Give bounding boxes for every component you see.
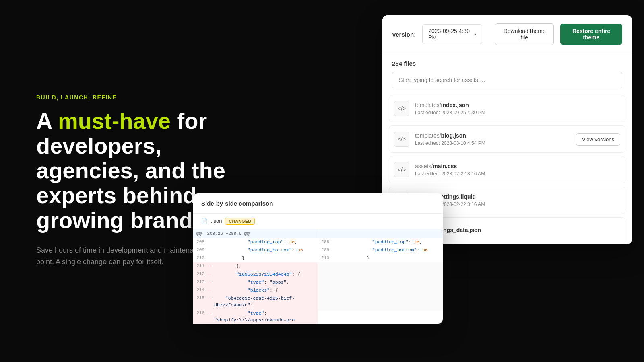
version-label: Version: <box>392 31 416 38</box>
comparison-title: Side-by-side comparison <box>193 193 443 214</box>
line-code: "1695623371354d4e4b": { <box>214 271 314 278</box>
line-num: 210 <box>321 255 333 261</box>
line-code: "6b4cce3c-edae-4d25-b1cf-db772fc9007c": <box>214 295 314 309</box>
line-num: 209 <box>196 247 208 253</box>
download-button[interactable]: Download theme file <box>495 23 554 45</box>
line-code: "type": "apps", <box>214 279 314 286</box>
file-date: Last edited: 2023-09-25 4:30 PM <box>415 110 620 115</box>
line-num: 212 <box>196 271 208 278</box>
line-num: 214 <box>196 287 208 294</box>
line-num: 208 <box>321 239 333 245</box>
line-code: "blocks": { <box>214 287 314 294</box>
comparison-panel: Side-by-side comparison 📄 .json CHANGED … <box>193 193 443 324</box>
diff-right: 208 "padding_top": 36, 209 "padding_bott… <box>318 229 443 324</box>
line-marker: - <box>208 279 214 286</box>
line-marker: - <box>208 263 214 269</box>
file-basename: blog.json <box>441 132 466 139</box>
diff-left: @@ -208,26 +208,6 @@ 208 "padding_top": … <box>193 229 318 324</box>
file-name: templates/blog.json <box>415 132 570 139</box>
chevron-down-icon: ▾ <box>474 32 476 37</box>
diff-line: 209 "padding_bottom": 36 <box>318 246 443 254</box>
files-count: 254 files <box>382 53 632 72</box>
diff-range: @@ -208,26 +208,6 @@ <box>196 230 250 237</box>
file-basename: settings.liquid <box>438 193 476 200</box>
file-info: snippets/settings.liquid Last edited: 20… <box>415 193 620 207</box>
file-code-icon: </> <box>394 162 409 177</box>
diff-line-removed: 211 - }, <box>193 262 318 270</box>
line-code: "padding_top": 36, <box>214 239 314 245</box>
line-num: 211 <box>196 263 208 269</box>
version-select[interactable]: 2023-09-25 4:30 PM ▾ <box>422 24 482 44</box>
line-marker: - <box>208 295 214 302</box>
diff-line-removed: 216 - "type": "shopify:\/\/apps\/okendo-… <box>193 309 318 324</box>
diff-line: 208 "padding_top": 36, <box>193 238 318 246</box>
line-code: "padding_bottom": 36 <box>339 247 440 253</box>
file-basename: index.json <box>441 102 469 108</box>
view-versions-button[interactable]: View versions <box>576 133 620 146</box>
line-num: 213 <box>196 279 208 286</box>
diff-header: @@ -208,26 +208,6 @@ <box>193 229 318 239</box>
file-item: </> templates/index.json Last edited: 20… <box>389 95 625 122</box>
file-date: Last edited: 2023-02-22 8:16 AM <box>415 202 620 207</box>
diff-line-empty <box>318 270 443 278</box>
line-code: "padding_top": 36, <box>339 239 440 245</box>
comparison-file-bar: 📄 .json CHANGED <box>193 214 443 229</box>
line-marker: - <box>208 310 214 317</box>
file-name: snippets/settings.liquid <box>415 193 620 200</box>
diff-line-removed: 214 - "blocks": { <box>193 286 318 294</box>
panel-header: Version: 2023-09-25 4:30 PM ▾ Download t… <box>382 15 632 53</box>
restore-button[interactable]: Restore entire theme <box>560 24 622 45</box>
diff-line-empty <box>318 294 443 302</box>
version-value: 2023-09-25 4:30 PM <box>428 28 471 41</box>
diff-line-empty <box>318 286 443 294</box>
file-info: templates/index.json Last edited: 2023-0… <box>415 102 620 115</box>
line-num: 216 <box>196 310 208 317</box>
comparison-file-ext: .json <box>211 218 222 224</box>
headline-before: A <box>36 108 58 134</box>
line-num: 210 <box>196 255 208 261</box>
file-basename: main.css <box>433 163 457 169</box>
diff-view: @@ -208,26 +208,6 @@ 208 "padding_top": … <box>193 229 443 324</box>
file-info: config/settings_data.json <box>415 227 620 235</box>
file-code-icon: </> <box>394 101 409 116</box>
diff-line: 210 } <box>193 254 318 262</box>
file-folder: templates/ <box>415 102 441 108</box>
changed-badge: CHANGED <box>225 218 255 225</box>
diff-line-removed: 212 - "1695623371354d4e4b": { <box>193 270 318 278</box>
file-item: </> assets/main.css Last edited: 2023-02… <box>389 156 625 183</box>
search-input[interactable] <box>392 72 622 88</box>
file-name: assets/main.css <box>415 163 620 169</box>
file-folder: templates/ <box>415 132 441 139</box>
diff-line-empty <box>318 278 443 286</box>
line-num: 215 <box>196 295 208 302</box>
right-section: Version: 2023-09-25 4:30 PM ▾ Download t… <box>298 0 644 362</box>
file-date: Last edited: 2023-03-10 4:54 PM <box>415 140 570 146</box>
file-date: Last edited: 2023-02-22 8:16 AM <box>415 171 620 177</box>
line-code: }, <box>214 263 314 269</box>
headline-highlight: must-have <box>58 108 171 134</box>
file-code-icon: </> <box>394 132 409 147</box>
diff-line: 210 } <box>318 254 443 262</box>
diff-line-removed: 213 - "type": "apps", <box>193 278 318 286</box>
line-code: "type": "shopify:\/\/apps\/okendo-pro <box>214 310 314 324</box>
file-name: templates/index.json <box>415 102 620 108</box>
line-code: } <box>339 255 440 261</box>
file-info: templates/blog.json Last edited: 2023-03… <box>415 132 570 146</box>
diff-header <box>318 229 443 239</box>
file-name: config/settings_data.json <box>415 227 620 233</box>
diff-line-removed: 215 - "6b4cce3c-edae-4d25-b1cf-db772fc90… <box>193 294 318 309</box>
file-doc-icon: 📄 <box>201 218 208 224</box>
diff-line: 208 "padding_top": 36, <box>318 238 443 246</box>
diff-line: 209 "padding_bottom": 36 <box>193 246 318 254</box>
file-item: </> templates/blog.json Last edited: 202… <box>389 125 625 153</box>
line-marker: - <box>208 287 214 294</box>
file-info: assets/main.css Last edited: 2023-02-22 … <box>415 163 620 177</box>
line-marker: - <box>208 271 214 278</box>
tagline: BUILD, LAUNCH, REFINE <box>36 94 270 101</box>
line-code: "padding_bottom": 36 <box>214 247 314 253</box>
diff-line-empty <box>318 302 443 311</box>
line-code: } <box>214 255 314 261</box>
line-num: 209 <box>321 247 333 253</box>
diff-line-empty <box>318 262 443 270</box>
line-num: 208 <box>196 239 208 245</box>
